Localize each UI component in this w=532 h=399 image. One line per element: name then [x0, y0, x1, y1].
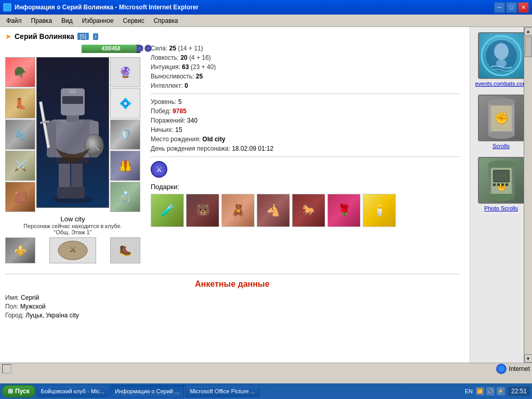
title-buttons: ─ □ ✕: [494, 2, 529, 13]
browser-content: ➤ Серий Волиняка [5] i 430/458 ⬡ ⬡: [0, 27, 532, 363]
menu-favorites[interactable]: Избранное: [78, 16, 118, 25]
svg-rect-39: [493, 183, 496, 186]
location-sub: Персонаж сейчас находится в клубе.: [5, 223, 140, 229]
info-birthplace: Место рождения: Old city: [151, 136, 459, 143]
gift-item-rose[interactable]: 🌹: [327, 194, 361, 227]
svg-text:✊: ✊: [494, 111, 509, 125]
amulet-slot[interactable]: 🔮: [110, 57, 140, 87]
spacer: [5, 263, 459, 274]
ring2-slot[interactable]: 💠: [110, 88, 140, 118]
level-value: 5: [178, 98, 182, 105]
boot-slot[interactable]: 👢: [5, 88, 35, 118]
char-name[interactable]: Серий Волиняка: [15, 32, 74, 41]
belt-slot[interactable]: 🟫: [5, 182, 35, 212]
photo-scrolls-label[interactable]: Photo Scrolls: [475, 205, 527, 211]
info-wins: Побед: 9785: [151, 108, 459, 115]
strength-bonus: (14 + 11): [178, 45, 203, 52]
boots2-icon: 🥾: [114, 239, 137, 262]
anketa-name-value: Серrій: [21, 294, 39, 301]
shield-icon: 🛡️: [114, 123, 137, 146]
scrollbar[interactable]: ▲ ▼: [524, 27, 532, 363]
gift-item-bear[interactable]: 🐻: [186, 194, 219, 227]
intuition-bonus: (23 + 40): [191, 63, 216, 71]
intuition-value: 63: [182, 63, 189, 71]
intuition-label: Интуиция:: [151, 63, 180, 71]
hp-icon-2: ⬡: [144, 45, 152, 52]
info-birthday: День рождения персонажа: 18.02.09 01:12: [151, 145, 459, 152]
scrollbar-up-btn[interactable]: ▲: [524, 27, 533, 35]
ring2-icon: 💠: [114, 92, 137, 115]
menu-file[interactable]: Файл: [2, 16, 26, 25]
stats-divider: [151, 94, 459, 94]
weapon-slot[interactable]: ⚔️: [5, 151, 35, 181]
ie-icon: 🌐: [3, 3, 11, 11]
restore-button[interactable]: □: [506, 2, 517, 13]
losses-label: Поражений:: [151, 117, 185, 124]
menu-view[interactable]: Вид: [57, 16, 77, 25]
anketa-gender: Пол: Мужской: [5, 303, 459, 310]
photo-scrolls-badge[interactable]: ✊ Photo Scrolls: [475, 157, 527, 211]
guild-crest-slot[interactable]: ⚔: [49, 237, 96, 263]
equipment-panel: 430/458 ⬡ ⬡ 🪖: [5, 45, 140, 263]
title-bar-left: 🌐 Информация о Серий Волиняка - Microsof…: [3, 3, 198, 11]
photo-scrolls-badge-img: ✊: [478, 157, 525, 204]
wins-label: Побед:: [151, 108, 171, 115]
legs-slot[interactable]: 🦺: [110, 151, 140, 181]
close-button[interactable]: ✕: [518, 2, 529, 13]
svg-text:⚔: ⚔: [69, 245, 76, 254]
svg-rect-13: [62, 96, 83, 104]
anketa-city: Город: Луцьк, Україна city: [5, 312, 459, 319]
hp-bar-text: 430/458: [82, 45, 140, 53]
info-losses: Поражений: 340: [151, 117, 459, 124]
gift-item-candle[interactable]: 🕯️: [363, 194, 396, 227]
char-header: ➤ Серий Волиняка [5] i: [5, 32, 459, 41]
boots2-slot[interactable]: 🥾: [110, 237, 140, 263]
scrollbar-down-btn[interactable]: ▼: [524, 354, 533, 363]
anketa-name-label: Имя:: [5, 294, 19, 301]
level-label: Уровень:: [151, 98, 177, 105]
gift-horse-icon: 🐴: [260, 197, 286, 223]
stat-intellect: Интеллект: 0: [151, 82, 459, 89]
anketa-name: Имя: Серrій: [5, 294, 459, 301]
page-content: ➤ Серий Волиняка [5] i 430/458 ⬡ ⬡: [0, 27, 470, 363]
minimize-button[interactable]: ─: [494, 2, 505, 13]
events-badge[interactable]: events.combats.com: [475, 32, 527, 87]
char-figure-svg: [39, 60, 107, 205]
guild-badge[interactable]: ⚔: [151, 161, 167, 178]
info-divider: [151, 156, 459, 157]
anketa-city-value: Луцьк, Україна city: [25, 312, 79, 319]
birthday-label: День рождения персонажа:: [151, 145, 230, 152]
events-svg: [481, 35, 522, 76]
gift-item-potion[interactable]: 🧪: [151, 194, 184, 227]
bottom-equip-row: ⚜️ ⚔ 🥾: [5, 237, 140, 263]
helm-slot[interactable]: 🪖: [5, 57, 35, 87]
scrolls-badge[interactable]: ✊ Scrolls: [475, 95, 527, 149]
ring-slot[interactable]: 💍: [110, 182, 140, 212]
draws-label: Ничьих:: [151, 126, 174, 134]
gift-item-horse[interactable]: 🐴: [257, 194, 290, 227]
gift-item-horse2[interactable]: 🐎: [292, 194, 325, 227]
gift-candle-icon: 🕯️: [366, 197, 392, 223]
gifts-grid: 🧪 🐻 🧸 🐴 🐎: [151, 194, 459, 227]
chest-slot[interactable]: ⚜️: [5, 237, 35, 263]
scrollbar-thumb[interactable]: [525, 36, 532, 57]
gift-item-teddy[interactable]: 🧸: [221, 194, 255, 227]
gift-bear-icon: 🐻: [190, 197, 216, 223]
menu-edit[interactable]: Правка: [27, 16, 57, 25]
anketa-city-label: Город:: [5, 312, 24, 319]
svg-point-33: [488, 161, 515, 169]
shield-slot[interactable]: 🛡️: [110, 119, 140, 150]
events-label[interactable]: events.combats.com: [475, 81, 527, 87]
birthplace-value: Old city: [203, 136, 225, 143]
anketa-title: Анкетные данные: [5, 280, 459, 289]
location-room: "Общ. Этаж 1": [5, 229, 140, 235]
hp-bar-container: 430/458 ⬡ ⬡: [82, 45, 140, 53]
char-portrait: [36, 57, 109, 208]
scrollbar-track[interactable]: [525, 35, 532, 354]
scrolls-label[interactable]: Scrolls: [475, 143, 527, 149]
menu-help[interactable]: Справка: [150, 16, 182, 25]
gauntlet-slot[interactable]: 🧤: [5, 119, 35, 150]
info-draws: Ничьих: 15: [151, 126, 459, 134]
left-slots: 🪖 👢 🧤 ⚔️ 🟫: [5, 57, 35, 212]
menu-tools[interactable]: Сервис: [119, 16, 149, 25]
